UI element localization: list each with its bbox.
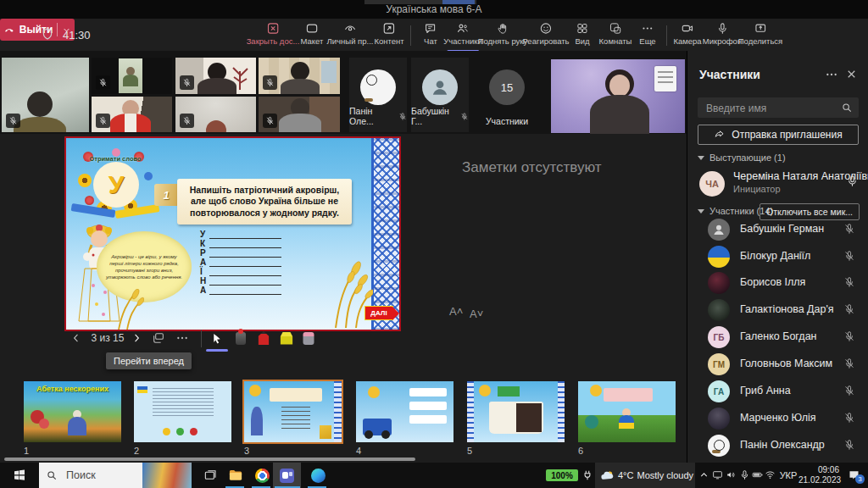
- mic-muted-icon[interactable]: [843, 276, 855, 288]
- next-slide-button-control[interactable]: [131, 329, 142, 347]
- next-slide-button[interactable]: ДАЛІ: [364, 306, 393, 320]
- video-tile[interactable]: [259, 58, 340, 94]
- thumb-title: Абетка нескорених: [24, 385, 121, 394]
- content-button[interactable]: Контент: [374, 22, 403, 49]
- participant-row[interactable]: Галактіонова Дар'я: [687, 297, 868, 324]
- chrome-button[interactable]: [250, 463, 274, 488]
- mic-muted-icon[interactable]: [843, 439, 855, 451]
- mic-muted-icon[interactable]: [843, 412, 855, 424]
- camera-button[interactable]: Камера: [673, 22, 701, 49]
- chat-button[interactable]: Чат: [424, 22, 437, 49]
- video-tile[interactable]: [92, 97, 172, 132]
- teacher-video-tile[interactable]: [551, 59, 685, 133]
- close-icon[interactable]: [845, 68, 858, 80]
- video-tile[interactable]: [175, 97, 256, 132]
- network-tray-icon[interactable]: [765, 469, 776, 480]
- tray-expand-icon[interactable]: [698, 469, 709, 480]
- volume-tray-icon[interactable]: [726, 469, 737, 480]
- filmstrip-scrollbar[interactable]: [4, 458, 415, 461]
- video-tile[interactable]: [92, 58, 172, 94]
- highlighter-tool-button[interactable]: [281, 329, 293, 347]
- eraser-tool-button[interactable]: [303, 329, 314, 347]
- participant-row[interactable]: Бабушкін Герман: [687, 217, 868, 243]
- display-tray-icon[interactable]: [712, 469, 723, 480]
- mic-muted-icon[interactable]: [843, 358, 855, 369]
- overflow-tile[interactable]: 15 Участники: [473, 58, 541, 132]
- slide-position: 3 из 15: [92, 329, 125, 347]
- video-tile[interactable]: [2, 58, 89, 132]
- participant-row[interactable]: Марченко Юлія: [687, 406, 868, 432]
- send-invite-button[interactable]: Отправка приглашения: [698, 125, 859, 145]
- participant-row[interactable]: ГБ Галенко Богдан: [687, 324, 868, 351]
- battery-tray-icon[interactable]: [752, 469, 763, 480]
- speakers-section-header[interactable]: Выступающие (1): [698, 152, 786, 163]
- notes-font-increase-button[interactable]: A˄: [449, 305, 463, 318]
- participants-button[interactable]: Участники: [443, 22, 481, 49]
- mic-tray-icon[interactable]: [739, 469, 750, 480]
- slide-thumbnail-2[interactable]: [134, 381, 231, 442]
- rooms-button[interactable]: Комнаты: [599, 22, 632, 49]
- notes-font-decrease-button[interactable]: A˅: [470, 308, 483, 320]
- slide-thumbnail-6[interactable]: [578, 381, 676, 442]
- weather-widget[interactable]: 4°C Mostly cloudy: [595, 463, 695, 488]
- battery-status[interactable]: 100%: [546, 469, 578, 481]
- wheat-illustration-small: [110, 289, 144, 330]
- taskbar-search[interactable]: [39, 463, 192, 488]
- avatar-tile-babushkin[interactable]: Бабушкін Г...: [411, 58, 469, 132]
- participant-row[interactable]: Білокур Даніїл: [687, 244, 868, 270]
- presenter-row[interactable]: ЧА Череміна Наталя Анатоліївна Инициатор: [687, 166, 868, 203]
- laser-tool-button[interactable]: [236, 329, 246, 347]
- react-button[interactable]: Реагировать: [522, 22, 569, 49]
- file-explorer-button[interactable]: [224, 463, 248, 488]
- thumb-number: 6: [578, 446, 583, 456]
- avatar: [422, 69, 458, 105]
- mic-muted-icon[interactable]: [843, 385, 855, 396]
- mic-on-icon[interactable]: [846, 175, 859, 187]
- slide-thumbnail-5[interactable]: [467, 381, 565, 442]
- mic-muted-icon[interactable]: [843, 303, 855, 315]
- avatar-tile-panin[interactable]: Панін Оле...: [349, 58, 407, 132]
- language-indicator[interactable]: УКР: [776, 470, 800, 480]
- mic-muted-icon[interactable]: [843, 330, 855, 342]
- slide-thumbnail-4[interactable]: [356, 381, 453, 442]
- clock[interactable]: 09:06 21.02.2023: [798, 465, 839, 485]
- video-tile[interactable]: [175, 58, 256, 94]
- video-tile[interactable]: [259, 97, 340, 132]
- more-controls-button[interactable]: [175, 329, 189, 347]
- search-input[interactable]: [704, 97, 835, 119]
- private-view-button[interactable]: Личный пр...: [327, 22, 374, 49]
- notification-center-button[interactable]: 3: [848, 469, 860, 481]
- teams-button[interactable]: [275, 463, 298, 488]
- microphone-button[interactable]: Микрофон: [703, 22, 742, 49]
- window-preview-strip: [364, 0, 476, 4]
- previous-slide-button[interactable]: [70, 329, 82, 347]
- slide-thumbnail-1[interactable]: Абетка нескорених: [24, 381, 121, 442]
- windows-logo-icon: [13, 469, 26, 482]
- taskbar-search-input[interactable]: [64, 469, 148, 482]
- raise-hand-button[interactable]: Поднять руку: [478, 22, 528, 49]
- presentation-slide[interactable]: У Отримати слово 1 Напишіть патріотичний…: [64, 136, 401, 331]
- mic-muted-icon[interactable]: [843, 250, 855, 262]
- pointer-tool-button[interactable]: [211, 329, 224, 347]
- edge-button[interactable]: [306, 463, 330, 488]
- share-button[interactable]: Поделиться: [738, 22, 782, 49]
- view-button[interactable]: Вид: [575, 22, 589, 49]
- mic-muted-badge: [263, 114, 277, 128]
- participant-row[interactable]: Панін Олександр: [687, 433, 868, 459]
- start-button[interactable]: [0, 463, 39, 488]
- panel-more-icon[interactable]: [825, 68, 838, 81]
- slide-grid-button[interactable]: [152, 329, 165, 347]
- search-highlight-image[interactable]: [142, 463, 192, 488]
- more-button[interactable]: Еще: [639, 22, 655, 49]
- participant-row[interactable]: Борисов Ілля: [687, 270, 868, 297]
- mic-muted-icon[interactable]: [843, 223, 855, 235]
- pen-tool-button[interactable]: [259, 329, 270, 347]
- task-view-button[interactable]: [198, 463, 222, 488]
- layout-button[interactable]: Макет: [301, 22, 324, 49]
- participant-row[interactable]: ГА Гриб Анна: [687, 379, 868, 405]
- slide-thumbnail-3-selected[interactable]: [242, 380, 343, 444]
- mic-muted-badge: [6, 114, 20, 128]
- participant-search[interactable]: [698, 97, 859, 118]
- stop-presenting-button[interactable]: Закрыть дос...: [247, 22, 300, 49]
- participant-row[interactable]: ГМ Головньов Максим: [687, 352, 868, 378]
